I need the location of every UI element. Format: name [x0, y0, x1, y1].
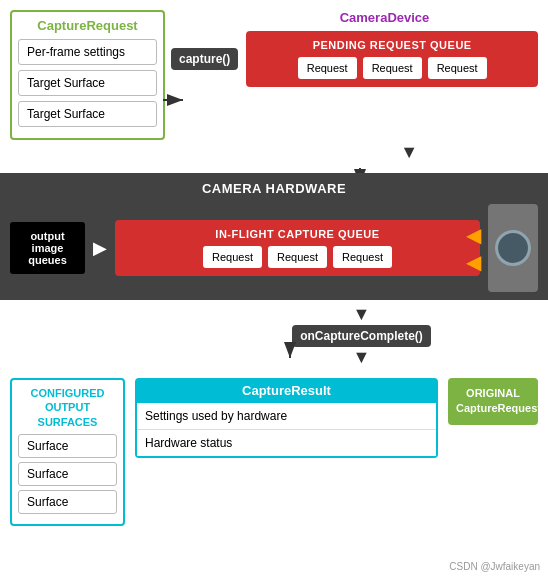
hardware-inner: output image queues ▶ IN-FLIGHT CAPTURE …: [10, 204, 538, 292]
down-arrow-oncapture: ▼: [353, 347, 371, 368]
down-arrow-hw: ▼: [353, 304, 371, 325]
left-bottom: CONFIGURED OUTPUT SURFACES Surface Surfa…: [10, 378, 125, 526]
lens-circle: [495, 230, 531, 266]
inflight-request-1: Request: [203, 246, 262, 268]
pending-queue-box: PENDING REQUEST QUEUE Request Request Re…: [246, 31, 538, 87]
capture-result-item-hw-status: Hardware status: [137, 430, 436, 456]
surface-item-2: Surface: [18, 462, 117, 486]
original-cr-line1: ORIGINAL: [456, 386, 530, 401]
inflight-request-3: Request: [333, 246, 392, 268]
camera-device-title: CameraDevice: [231, 10, 538, 25]
capture-result-title: CaptureResult: [135, 378, 438, 403]
hw-right-arrow: ▶: [93, 237, 107, 259]
capture-request-item-perframe: Per-frame settings: [18, 39, 157, 65]
capture-result-items: Settings used by hardware Hardware statu…: [135, 403, 438, 458]
diagram: CaptureRequest Per-frame settings Target…: [0, 0, 548, 576]
down-arrow-1: ▼: [400, 142, 418, 163]
camera-lens: [488, 204, 538, 292]
capture-request-item-surface1: Target Surface: [18, 70, 157, 96]
pending-request-2: Request: [363, 57, 422, 79]
surface-item-1: Surface: [18, 434, 117, 458]
inflight-request-2: Request: [268, 246, 327, 268]
capture-button-label: capture(): [171, 48, 238, 70]
camera-hardware-title: CAMERA HARDWARE: [10, 181, 538, 196]
pending-queue-label: PENDING REQUEST QUEUE: [256, 39, 528, 51]
watermark: CSDN @Jwfaikeyan: [449, 561, 540, 572]
surface-item-3: Surface: [18, 490, 117, 514]
inflight-label: IN-FLIGHT CAPTURE QUEUE: [125, 228, 470, 240]
capture-request-item-surface2: Target Surface: [18, 101, 157, 127]
capture-request-box: CaptureRequest Per-frame settings Target…: [10, 10, 165, 140]
original-cr-line2: CaptureRequest: [456, 401, 530, 416]
pending-request-3: Request: [428, 57, 487, 79]
pending-request-1: Request: [298, 57, 357, 79]
camera-lens-container: ◀ ◀: [488, 204, 538, 292]
camera-hardware-section: CAMERA HARDWARE output image queues ▶ IN…: [0, 173, 548, 300]
pending-request-items: Request Request Request: [256, 57, 528, 79]
configured-surfaces-title: CONFIGURED OUTPUT SURFACES: [18, 386, 117, 429]
inflight-request-items: Request Request Request: [125, 246, 470, 268]
capture-result-item-settings: Settings used by hardware: [137, 403, 436, 430]
original-capture-request-box: ORIGINAL CaptureRequest: [448, 378, 538, 425]
output-image-queues-label: output image queues: [10, 222, 85, 274]
lens-arrows: ◀ ◀: [466, 223, 481, 274]
capture-request-title: CaptureRequest: [18, 18, 157, 33]
bottom-section: CONFIGURED OUTPUT SURFACES Surface Surfa…: [0, 372, 548, 532]
inflight-box: IN-FLIGHT CAPTURE QUEUE Request Request …: [115, 220, 480, 276]
on-capture-complete-button: onCaptureComplete(): [292, 325, 431, 347]
capture-result-section: CaptureResult Settings used by hardware …: [135, 378, 438, 458]
configured-surfaces-box: CONFIGURED OUTPUT SURFACES Surface Surfa…: [10, 378, 125, 526]
